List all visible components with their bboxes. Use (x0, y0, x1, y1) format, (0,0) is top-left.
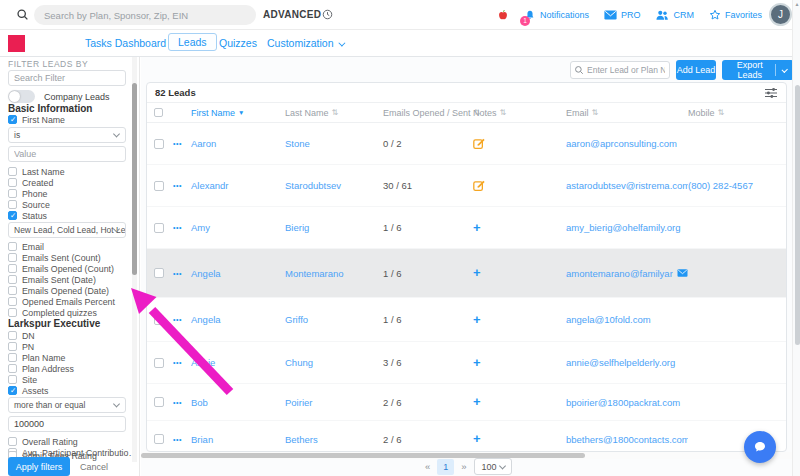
checkbox[interactable] (8, 178, 17, 187)
email-cell[interactable]: annie@selfhelpelderly.org (566, 357, 688, 368)
row-menu-button[interactable]: ••• (173, 270, 191, 277)
filter-status[interactable]: Status (8, 210, 47, 221)
row-menu-button[interactable]: ••• (173, 224, 191, 231)
checkbox[interactable] (8, 253, 17, 262)
row-checkbox[interactable] (154, 223, 164, 233)
row-menu-button[interactable]: ••• (173, 140, 191, 147)
column-header-last-name[interactable]: Last Name⇅ (285, 108, 383, 118)
table-row[interactable]: ••• Alexandr Starodubtsev 30 / 61 astaro… (147, 165, 786, 207)
filter-emails-sent-date[interactable]: Emails Sent (Date) (8, 274, 96, 285)
last-name-cell[interactable]: Chung (285, 357, 383, 368)
row-menu-button[interactable]: ••• (173, 359, 191, 366)
horizontal-scrollbar-thumb[interactable] (141, 453, 585, 458)
prev-page-button[interactable]: « (425, 461, 430, 472)
first-name-operator-select[interactable]: is (8, 127, 126, 143)
last-name-cell[interactable]: Starodubtsev (285, 180, 383, 191)
next-page-button[interactable]: » (461, 461, 466, 472)
filter-created[interactable]: Created (8, 177, 53, 188)
assets-operator-select[interactable]: more than or equal (8, 397, 126, 413)
first-name-cell[interactable]: Annie (191, 357, 285, 368)
current-page[interactable]: 1 (437, 459, 454, 475)
notifications-button[interactable]: 1 Notifications (524, 9, 589, 22)
checkbox[interactable] (8, 264, 17, 273)
row-menu-button[interactable]: ••• (173, 316, 191, 323)
email-cell[interactable]: angela@10fold.com (566, 314, 688, 325)
first-name-cell[interactable]: Brian (191, 434, 285, 445)
last-name-cell[interactable]: Bierig (285, 222, 383, 233)
table-row[interactable]: ••• Amy Bierig 1 / 6 + amy_bierig@ohelfa… (147, 207, 786, 249)
last-name-cell[interactable]: Stone (285, 138, 383, 149)
user-avatar[interactable]: J (769, 3, 792, 26)
filter-plan-name[interactable]: Plan Name (8, 352, 66, 363)
row-menu-button[interactable]: ••• (173, 182, 191, 189)
cancel-filters-button[interactable]: Cancel (80, 462, 108, 472)
row-checkbox[interactable] (154, 315, 164, 325)
row-menu-button[interactable]: ••• (173, 436, 191, 443)
table-row[interactable]: ••• Brian Bethers 2 / 6 + bbethers@1800c… (147, 421, 786, 452)
checkbox[interactable] (8, 437, 17, 446)
first-name-cell[interactable]: Amy (191, 222, 285, 233)
assets-value-input[interactable] (8, 416, 126, 432)
row-checkbox[interactable] (154, 434, 164, 444)
favorites-button[interactable]: Favorites (709, 9, 762, 21)
checkbox-checked[interactable] (8, 211, 17, 220)
add-note-icon[interactable]: + (473, 434, 566, 444)
table-row-highlighted[interactable]: ••• Angela Montemarano 1 / 6 + amontemar… (147, 249, 786, 298)
filter-emails-opened-date[interactable]: Emails Opened (Date) (8, 285, 109, 296)
email-cell[interactable]: bbethers@1800contacts.com (566, 434, 688, 445)
history-clock-icon[interactable] (322, 9, 333, 20)
first-name-cell[interactable]: Aaron (191, 138, 285, 149)
last-name-cell[interactable]: Bethers (285, 434, 383, 445)
checkbox[interactable] (8, 353, 17, 362)
global-search-input[interactable] (34, 5, 256, 25)
export-leads-button[interactable]: Export Leads (722, 60, 794, 80)
page-scrollbar[interactable]: ▲ (792, 0, 800, 476)
add-note-icon[interactable]: + (473, 358, 566, 368)
pro-button[interactable]: PRO (604, 10, 641, 20)
filter-email[interactable]: Email (8, 241, 44, 252)
sidebar-scrollbar-thumb[interactable] (132, 83, 137, 275)
tab-tasks-dashboard[interactable]: Tasks Dashboard (85, 37, 166, 49)
email-cell[interactable]: bpoirier@1800packrat.com (566, 397, 688, 408)
filter-overall-rating[interactable]: Overall Rating (8, 436, 78, 447)
checkbox[interactable] (8, 200, 17, 209)
row-checkbox[interactable] (154, 358, 164, 368)
checkbox[interactable] (8, 242, 17, 251)
tab-quizzes[interactable]: Quizzes (219, 37, 257, 49)
tab-customization[interactable]: Customization (267, 37, 343, 49)
filter-source[interactable]: Source (8, 199, 50, 210)
page-size-select[interactable]: 100 (474, 458, 512, 475)
filter-search-input[interactable] (8, 70, 126, 86)
row-checkbox[interactable] (154, 397, 164, 407)
checkbox[interactable] (8, 364, 17, 373)
email-cell[interactable]: astarodubtsev@ristrema.com (566, 180, 688, 191)
lead-search-input[interactable] (570, 61, 670, 79)
add-note-icon[interactable]: + (473, 268, 566, 278)
first-name-cell[interactable]: Bob (191, 397, 285, 408)
column-header-mobile[interactable]: Mobile⇅ (688, 108, 786, 118)
checkbox[interactable] (8, 297, 17, 306)
checkbox[interactable] (8, 286, 17, 295)
add-note-icon[interactable]: + (473, 315, 566, 325)
checkbox[interactable] (8, 189, 17, 198)
column-header-notes[interactable]: Notes⇅ (473, 108, 566, 118)
chat-widget-button[interactable] (744, 431, 776, 463)
checkbox-checked[interactable] (8, 386, 17, 395)
app-logo[interactable] (8, 35, 25, 52)
row-checkbox[interactable] (154, 181, 164, 191)
filter-assets[interactable]: Assets (8, 385, 48, 396)
checkbox[interactable] (8, 167, 17, 176)
first-name-cell[interactable]: Angela (191, 314, 285, 325)
add-note-icon[interactable]: + (473, 223, 566, 233)
first-name-cell[interactable]: Alexandr (191, 180, 285, 191)
checkbox[interactable] (8, 342, 17, 351)
status-value-select[interactable]: New Lead, Cold Lead, Hot Lead, ... (8, 222, 126, 238)
filter-completed-quizzes[interactable]: Completed quizzes (8, 307, 97, 318)
checkbox-checked[interactable] (8, 115, 17, 124)
customize-columns-icon[interactable] (764, 87, 778, 99)
column-header-emails-opened-sent[interactable]: Emails Opened / Sent⇅ (383, 108, 473, 118)
table-row[interactable]: ••• Angela Griffo 1 / 6 + angela@10fold.… (147, 298, 786, 342)
company-leads-toggle[interactable] (8, 90, 35, 103)
advanced-search-label[interactable]: ADVANCED (263, 9, 321, 20)
checkbox[interactable] (8, 331, 17, 340)
